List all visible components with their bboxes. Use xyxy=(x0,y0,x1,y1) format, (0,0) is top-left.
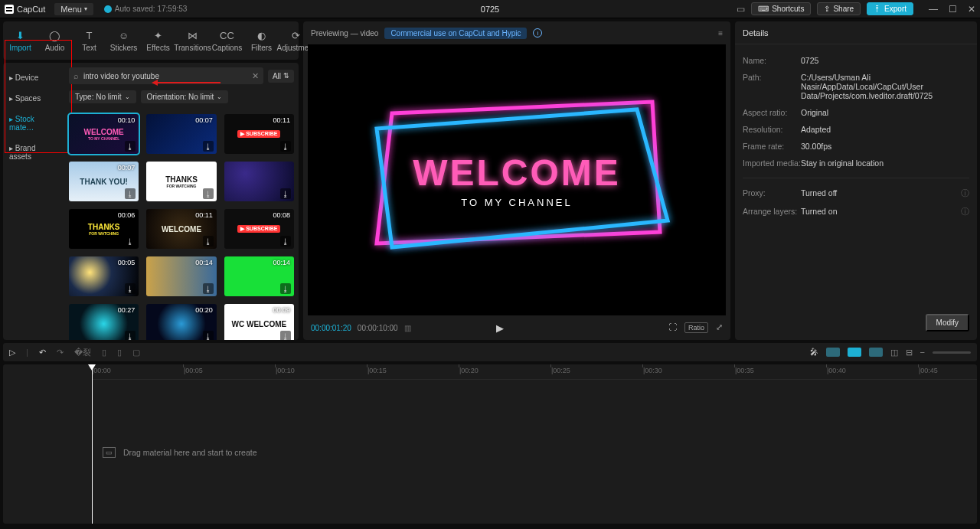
download-icon[interactable]: ⭳ xyxy=(203,236,214,247)
tab-stickers[interactable]: ☺Stickers xyxy=(106,21,141,60)
cc-icon[interactable]: ⊟ xyxy=(906,348,913,358)
tick: |00:25 xyxy=(551,367,570,374)
download-icon[interactable]: ⭳ xyxy=(203,188,214,199)
share-button[interactable]: ⇪Share xyxy=(817,2,861,15)
tool-icon-3[interactable]: ▢ xyxy=(132,348,140,358)
thumb-9[interactable]: 00:05⭳ xyxy=(69,256,139,296)
detail-row: Imported media:Stay in original location xyxy=(743,155,969,171)
search-icon: ⌕ xyxy=(74,71,79,80)
close-icon[interactable]: ✕ xyxy=(968,4,975,15)
thumb-6[interactable]: THANKSFOR WATCHING00:06⭳ xyxy=(69,209,139,249)
minimize-icon[interactable]: — xyxy=(929,4,938,15)
thumb-7[interactable]: WELCOME00:11⭳ xyxy=(146,209,216,249)
download-icon[interactable]: ⭳ xyxy=(280,188,291,199)
timeline-ruler[interactable]: |00:00|00:05|00:10|00:15|00:20|00:25|00:… xyxy=(92,364,977,380)
play-button[interactable]: ▶ xyxy=(496,322,504,334)
detail-row: Name:0725 xyxy=(743,52,969,69)
thumb-14[interactable]: WC WELCOME00:09⭳ xyxy=(224,304,294,340)
download-icon[interactable]: ⭳ xyxy=(125,141,136,152)
thumb-8[interactable]: ▶ SUBSCRIBE00:08⭳ xyxy=(224,209,294,249)
adjustment-icon: ⟳ xyxy=(292,30,300,41)
media-icon: ▭ xyxy=(103,447,116,458)
thumb-12[interactable]: 00:27⭳ xyxy=(69,304,139,340)
toggle-2[interactable] xyxy=(848,348,861,357)
tab-effects[interactable]: ✦Effects xyxy=(141,21,175,60)
pointer-tool-icon[interactable]: ▷ xyxy=(9,348,15,358)
app-logo: CapCut xyxy=(5,5,45,14)
details-panel: Details Name:0725Path:C:/Users/Usman Ali… xyxy=(735,21,977,340)
thumb-10[interactable]: 00:14⭳ xyxy=(146,256,216,296)
menu-button[interactable]: Menu ▾ xyxy=(54,3,93,15)
preview-viewport[interactable]: WELCOME TO MY CHANNEL xyxy=(308,44,726,315)
layout-icon[interactable]: ▭ xyxy=(737,4,745,15)
thumb-3[interactable]: THANK YOU!00:07⭳ xyxy=(69,162,139,201)
shortcuts-button[interactable]: ⌨Shortcuts xyxy=(751,2,811,15)
download-icon[interactable]: ⭳ xyxy=(280,283,291,294)
tick: |00:15 xyxy=(368,367,387,374)
clear-search-icon[interactable]: ✕ xyxy=(252,71,259,81)
filter-all-button[interactable]: All ⇅ xyxy=(268,70,294,83)
download-icon[interactable]: ⭳ xyxy=(203,283,214,294)
sidebar-item-3[interactable]: ▸ Brand assets xyxy=(3,138,64,167)
export-button[interactable]: ⭱Export xyxy=(867,2,913,15)
svg-rect-0 xyxy=(5,5,14,14)
align-icon[interactable]: ◫ xyxy=(890,348,898,358)
zoom-out-icon[interactable]: − xyxy=(920,348,925,357)
timeline-hint: ▭ Drag material here and start to create xyxy=(103,447,257,458)
download-icon[interactable]: ⭳ xyxy=(280,331,291,340)
type-filter[interactable]: Type: No limit ⌄ xyxy=(69,90,136,103)
search-input[interactable] xyxy=(83,72,247,80)
ratio-button[interactable]: Ratio xyxy=(684,322,708,333)
mic-icon[interactable]: 🎤︎ xyxy=(810,348,818,357)
stickers-icon: ☺ xyxy=(119,30,129,41)
thumb-2[interactable]: ▶ SUBSCRIBE00:11⭳ xyxy=(224,114,294,154)
tab-captions[interactable]: CCCaptions xyxy=(210,21,244,60)
tool-icon-2[interactable]: ▯ xyxy=(117,348,122,358)
sidebar-item-0[interactable]: ▸ Device xyxy=(3,67,64,88)
tab-text[interactable]: TText xyxy=(72,21,106,60)
download-icon[interactable]: ⭳ xyxy=(125,283,136,294)
download-icon[interactable]: ⭳ xyxy=(280,141,291,152)
info-icon[interactable]: ⓘ xyxy=(961,207,969,217)
modify-button[interactable]: Modify xyxy=(926,314,969,331)
thumb-11[interactable]: 00:14⭳ xyxy=(224,256,294,296)
tab-audio[interactable]: ◯Audio xyxy=(38,21,72,60)
thumb-4[interactable]: THANKSFOR WATCHING⭳ xyxy=(146,162,216,201)
preview-menu-icon[interactable]: ≡ xyxy=(718,29,723,38)
captions-icon: CC xyxy=(220,30,234,41)
thumb-1[interactable]: 00:07⭳ xyxy=(146,114,216,154)
redo-icon[interactable]: ↷ xyxy=(57,348,64,358)
sidebar-item-2[interactable]: ▸ Stock mate… xyxy=(3,109,64,138)
maximize-icon[interactable]: ☐ xyxy=(949,4,957,15)
download-icon[interactable]: ⭳ xyxy=(203,141,214,152)
thumb-13[interactable]: 00:20⭳ xyxy=(146,304,216,340)
tab-transitions[interactable]: ⋈Transitions xyxy=(175,21,210,60)
toggle-3[interactable] xyxy=(869,348,883,357)
preview-heading: Previewing — video xyxy=(311,29,378,38)
orientation-filter[interactable]: Orientation: No limit ⌄ xyxy=(141,90,229,103)
download-icon[interactable]: ⭳ xyxy=(125,188,136,199)
info-icon[interactable]: ⓘ xyxy=(961,188,969,199)
info-icon[interactable]: i xyxy=(533,28,542,38)
titlebar-right: ▭ ⌨Shortcuts ⇪Share ⭱Export — ☐ ✕ xyxy=(737,2,975,15)
playhead[interactable] xyxy=(92,364,93,524)
tab-filters[interactable]: ◐Filters xyxy=(244,21,279,60)
timeline[interactable]: |00:00|00:05|00:10|00:15|00:20|00:25|00:… xyxy=(3,364,977,524)
thumb-0[interactable]: WELCOMETO MY CHANNEL00:10⭳ xyxy=(69,114,139,154)
download-icon[interactable]: ⭳ xyxy=(125,331,136,340)
tick: |00:45 xyxy=(919,367,938,374)
scan-icon[interactable]: ⛶ xyxy=(668,322,677,333)
download-icon[interactable]: ⭳ xyxy=(125,236,136,247)
thumb-5[interactable]: ⭳ xyxy=(224,162,294,201)
detail-row: Aspect ratio:Original xyxy=(743,104,969,121)
download-icon[interactable]: ⭳ xyxy=(203,331,214,340)
download-icon[interactable]: ⭳ xyxy=(280,236,291,247)
columns-icon[interactable]: ▥ xyxy=(404,324,411,332)
sidebar-item-1[interactable]: ▸ Spaces xyxy=(3,88,64,109)
split-icon[interactable]: �裂 xyxy=(74,347,91,358)
tab-import[interactable]: ⬇Import xyxy=(3,21,38,60)
tool-icon-1[interactable]: ▯ xyxy=(102,348,106,358)
undo-icon[interactable]: ↶ xyxy=(39,348,46,358)
toggle-1[interactable] xyxy=(826,348,840,357)
fullscreen-icon[interactable]: ⤢ xyxy=(716,322,723,333)
